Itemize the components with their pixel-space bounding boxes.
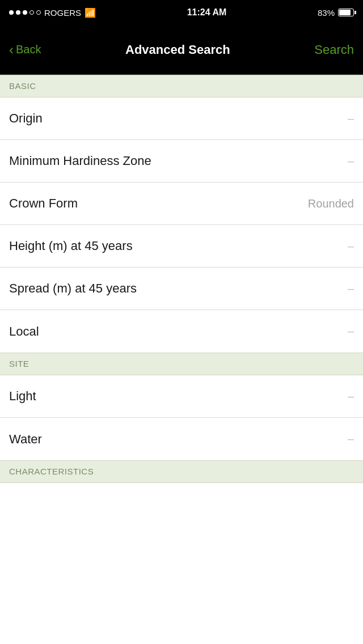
water-label: Water: [9, 432, 42, 447]
local-label: Local: [9, 324, 39, 339]
search-button[interactable]: Search: [314, 43, 354, 57]
crown-form-label: Crown Form: [9, 196, 78, 211]
site-list: Light – Water –: [0, 375, 363, 460]
list-item-height[interactable]: Height (m) at 45 years –: [0, 225, 363, 268]
nav-title: Advanced Search: [125, 43, 230, 57]
section-header-basic: BASIC: [0, 75, 363, 98]
list-item-water[interactable]: Water –: [0, 418, 363, 460]
battery-icon: [338, 9, 354, 16]
origin-label: Origin: [9, 111, 43, 126]
section-header-site: SITE: [0, 353, 363, 375]
section-label-basic: BASIC: [9, 81, 36, 91]
light-label: Light: [9, 389, 36, 404]
spread-label: Spread (m) at 45 years: [9, 281, 137, 296]
spread-value: –: [348, 282, 354, 295]
status-bar: ROGERS 📶 11:24 AM 83%: [0, 0, 363, 25]
hardiness-zone-value: –: [348, 155, 354, 168]
back-label: Back: [16, 43, 41, 56]
origin-value: –: [348, 112, 354, 125]
list-item-light[interactable]: Light –: [0, 375, 363, 418]
light-value: –: [348, 390, 354, 403]
signal-dot-3: [23, 10, 27, 15]
height-value: –: [348, 240, 354, 253]
signal-dot-5: [36, 10, 41, 15]
wifi-icon: 📶: [85, 7, 96, 18]
list-item-local[interactable]: Local –: [0, 310, 363, 353]
list-item-spread[interactable]: Spread (m) at 45 years –: [0, 268, 363, 310]
water-value: –: [348, 433, 354, 446]
hardiness-zone-label: Minimum Hardiness Zone: [9, 154, 151, 168]
battery-percent: 83%: [318, 8, 335, 18]
section-header-characteristics: CHARACTERISTICS: [0, 460, 363, 483]
basic-list: Origin – Minimum Hardiness Zone – Crown …: [0, 98, 363, 353]
signal-dot-4: [29, 10, 34, 15]
crown-form-value: Rounded: [308, 197, 354, 210]
back-chevron-icon: ‹: [9, 42, 14, 58]
signal-dot-1: [9, 10, 14, 15]
signal-dots: [9, 10, 41, 15]
list-item-hardiness-zone[interactable]: Minimum Hardiness Zone –: [0, 140, 363, 183]
content: BASIC Origin – Minimum Hardiness Zone – …: [0, 75, 363, 483]
carrier-label: ROGERS: [44, 8, 81, 18]
nav-bar: ‹ Back Advanced Search Search: [0, 25, 363, 75]
battery-fill: [339, 10, 351, 15]
height-label: Height (m) at 45 years: [9, 239, 133, 253]
local-value: –: [348, 325, 354, 338]
status-right: 83%: [318, 8, 354, 18]
signal-dot-2: [16, 10, 20, 15]
back-button[interactable]: ‹ Back: [9, 42, 41, 58]
status-time: 11:24 AM: [187, 7, 227, 18]
section-label-site: SITE: [9, 359, 29, 368]
status-left: ROGERS 📶: [9, 7, 96, 18]
section-label-characteristics: CHARACTERISTICS: [9, 467, 94, 476]
list-item-origin[interactable]: Origin –: [0, 98, 363, 140]
list-item-crown-form[interactable]: Crown Form Rounded: [0, 183, 363, 225]
